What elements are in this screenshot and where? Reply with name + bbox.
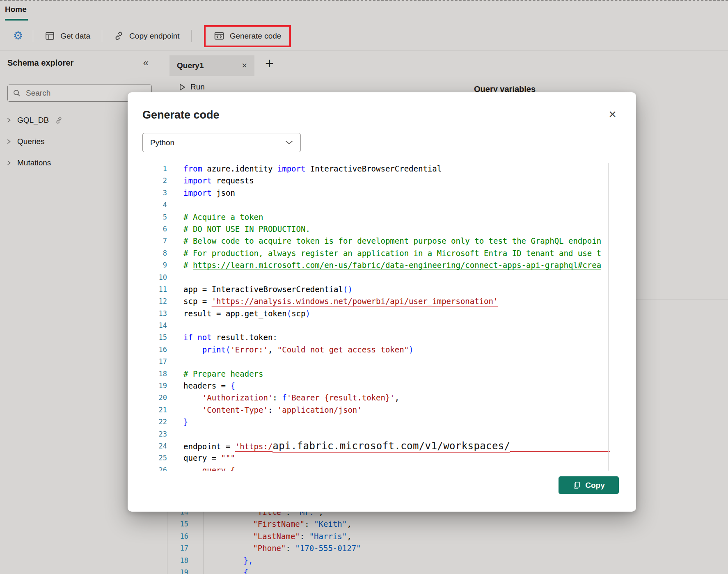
- link-icon: [55, 117, 63, 124]
- line-number: 9: [142, 259, 183, 271]
- line-number: 18: [142, 368, 183, 380]
- code-line: 19 {: [167, 567, 570, 574]
- tab-home[interactable]: Home: [5, 5, 27, 14]
- code-scrollbar[interactable]: [608, 163, 609, 471]
- line-number: 2: [142, 175, 183, 187]
- line-number: 22: [142, 416, 183, 428]
- code-line: 23: [142, 428, 610, 440]
- code-line: 21 'Content-Type': 'application/json': [142, 404, 610, 416]
- line-number: 11: [142, 284, 183, 295]
- line-number: 12: [142, 295, 183, 307]
- search-icon: [13, 89, 21, 97]
- code-line: 1from azure.identity import InteractiveB…: [142, 163, 610, 175]
- tab-query1-label: Query1: [177, 61, 204, 70]
- new-tab-button[interactable]: +: [263, 56, 276, 71]
- code-line: 22}: [142, 416, 610, 428]
- results-code-editor[interactable]: 14 "Title": "Mr.",15 "FirstName": "Keith…: [167, 506, 570, 574]
- line-number: 24: [142, 440, 183, 452]
- code-window-icon: [214, 31, 224, 41]
- get-data-button[interactable]: Get data: [39, 27, 96, 44]
- generate-code-dialog: Generate code × Python 1from azure.ident…: [128, 92, 636, 512]
- double-chevron-left-icon: «: [143, 57, 149, 68]
- ribbon-toolbar: ⚙ Get data Copy endpoint Generate code: [0, 21, 728, 51]
- line-number: 16: [167, 531, 204, 542]
- play-icon: [179, 83, 186, 91]
- panel-divider: [636, 300, 728, 300]
- line-number: 19: [167, 567, 204, 574]
- code-line: 9# https://learn.microsoft.com/en-us/fab…: [142, 259, 610, 271]
- line-number: 20: [142, 392, 183, 404]
- line-number: 8: [142, 247, 183, 259]
- code-line: 17 "Phone": "170-555-0127": [167, 542, 570, 554]
- language-selected-value: Python: [150, 138, 174, 147]
- code-line: 15 "FirstName": "Keith",: [167, 518, 570, 530]
- copy-endpoint-button[interactable]: Copy endpoint: [108, 27, 185, 44]
- line-number: 17: [142, 356, 183, 368]
- link-icon: [114, 31, 124, 41]
- dialog-title: Generate code: [142, 109, 220, 121]
- code-line: 17: [142, 356, 610, 368]
- code-line: 18# Prepare headers: [142, 368, 610, 380]
- line-number: 14: [142, 320, 183, 332]
- code-line: 11app = InteractiveBrowserCredential(): [142, 284, 610, 295]
- line-number: 6: [142, 223, 183, 235]
- tree-item-label: GQL_DB: [17, 116, 49, 125]
- collapse-panel-button[interactable]: «: [141, 57, 151, 68]
- code-line: 6# DO NOT USE IN PRODUCTION.: [142, 223, 610, 235]
- line-number: 1: [142, 163, 183, 175]
- line-number: 5: [142, 211, 183, 223]
- language-dropdown[interactable]: Python: [142, 133, 301, 152]
- gear-icon: ⚙: [13, 30, 23, 41]
- copy-icon: [572, 481, 581, 489]
- dialog-close-button[interactable]: ×: [606, 107, 619, 121]
- toolbar-divider: [33, 30, 33, 42]
- line-number: 16: [142, 344, 183, 356]
- line-number: 15: [167, 518, 204, 530]
- code-line: 16 print('Error:', "Could not get access…: [142, 344, 610, 356]
- annotation-highlight-box: Generate code: [204, 25, 291, 47]
- line-number: 21: [142, 404, 183, 416]
- get-data-table-icon: [45, 31, 55, 41]
- run-button[interactable]: Run: [176, 82, 207, 92]
- code-line: 26 query {: [142, 464, 610, 471]
- line-number: 15: [142, 332, 183, 343]
- generate-code-label: Generate code: [230, 32, 282, 41]
- copy-code-button[interactable]: Copy: [559, 476, 619, 494]
- code-line: 2import requests: [142, 175, 610, 187]
- tree-item-label: Queries: [17, 137, 45, 146]
- generate-code-button[interactable]: Generate code: [208, 27, 287, 45]
- close-icon: ×: [609, 107, 616, 121]
- tree-item-label: Mutations: [17, 158, 51, 167]
- tab-query1[interactable]: Query1 ×: [169, 55, 254, 76]
- line-number: 13: [142, 308, 183, 320]
- line-number: 26: [142, 464, 183, 471]
- code-line: 8# For production, always register an ap…: [142, 247, 610, 259]
- code-line: 19headers = {: [142, 380, 610, 392]
- code-line: 4: [142, 199, 610, 211]
- code-line: 5# Acquire a token: [142, 211, 610, 223]
- toolbar-divider: [191, 30, 192, 42]
- code-line: 25query = """: [142, 452, 610, 464]
- tab-home-label: Home: [5, 5, 27, 14]
- toolbar-divider: [102, 30, 102, 42]
- chevron-right-icon: [7, 160, 11, 166]
- schema-explorer-title: Schema explorer: [7, 58, 73, 68]
- close-tab-icon[interactable]: ×: [242, 60, 247, 71]
- settings-button[interactable]: ⚙: [9, 28, 27, 44]
- schema-explorer-header: Schema explorer «: [7, 57, 151, 68]
- line-number: 3: [142, 187, 183, 199]
- tab-home-active-indicator: [5, 19, 28, 21]
- generated-code-editor[interactable]: 1from azure.identity import InteractiveB…: [142, 163, 610, 471]
- code-line: 20 'Authorization': f'Bearer {result.tok…: [142, 392, 610, 404]
- code-line: 18 },: [167, 555, 570, 567]
- line-number: 19: [142, 380, 183, 392]
- code-line: 14: [142, 320, 610, 332]
- code-line: 3import json: [142, 187, 610, 199]
- code-line: 7# Below code to acquire token is for de…: [142, 235, 610, 247]
- get-data-label: Get data: [60, 32, 90, 41]
- code-line: 24endpoint = 'https:/api.fabric.microsof…: [142, 440, 610, 452]
- app-window: Home ⚙ Get data Copy endpoint: [0, 0, 728, 574]
- line-number: 23: [142, 428, 183, 440]
- copy-button-label: Copy: [585, 481, 605, 490]
- code-line: 13result = app.get_token(scp): [142, 308, 610, 320]
